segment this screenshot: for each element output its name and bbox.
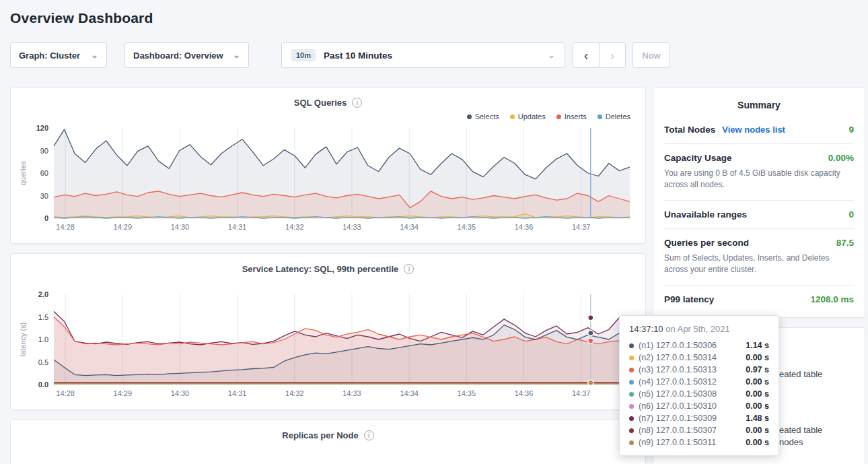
svg-text:30: 30 xyxy=(40,192,48,200)
tooltip-row: (n5) 127.0.0.1:503080.00 s xyxy=(629,388,769,400)
svg-text:90: 90 xyxy=(40,147,48,155)
chart-legend xyxy=(19,275,637,290)
queries-per-second-value: 87.5 xyxy=(836,238,854,248)
svg-text:queries: queries xyxy=(19,160,27,185)
view-nodes-list-link[interactable]: View nodes list xyxy=(722,125,785,135)
time-forward-button[interactable]: › xyxy=(599,42,626,68)
time-range-selector[interactable]: 10m Past 10 Minutes ⌄ xyxy=(281,42,565,68)
legend-item-selects: Selects xyxy=(467,112,499,121)
event-text-fragment: eated table xyxy=(779,369,822,379)
svg-text:14:34: 14:34 xyxy=(400,389,419,397)
event-text-fragment: nodes xyxy=(779,437,803,447)
series-color-dot xyxy=(629,416,634,421)
capacity-usage-description: You are using 0 B of 4.5 GiB usable disk… xyxy=(664,168,853,191)
svg-text:14:31: 14:31 xyxy=(228,389,247,397)
summary-row-unavailable-ranges: Unavailable ranges 0 xyxy=(664,201,854,229)
tooltip-row: (n8) 127.0.0.1:503070.00 s xyxy=(629,424,769,436)
svg-text:14:35: 14:35 xyxy=(458,389,476,397)
svg-text:14:31: 14:31 xyxy=(228,223,247,231)
tooltip-node-label: (n2) 127.0.0.1:50314 xyxy=(639,353,717,362)
svg-text:14:32: 14:32 xyxy=(285,389,304,397)
tooltip-row: (n9) 127.0.0.1:503110.00 s xyxy=(629,436,769,449)
summary-panel: Summary Total Nodes View nodes list 9 Ca… xyxy=(653,87,865,318)
info-icon[interactable]: i xyxy=(352,98,362,108)
time-range-badge: 10m xyxy=(291,49,316,61)
chart-tooltip: 14:37:10 on Apr 5th, 2021 (n1) 127.0.0.1… xyxy=(619,315,779,456)
svg-text:14:30: 14:30 xyxy=(171,389,190,397)
legend-color-dot xyxy=(510,114,515,119)
tooltip-row: (n7) 127.0.0.1:503091.48 s xyxy=(629,412,769,424)
total-nodes-value: 9 xyxy=(848,125,854,135)
summary-row-total-nodes: Total Nodes View nodes list 9 xyxy=(664,116,854,144)
summary-row-p99-latency: P99 latency 1208.0 ms xyxy=(664,286,854,313)
service-latency-chart[interactable]: 14:2814:2914:3014:3114:3214:3314:3414:35… xyxy=(19,290,639,405)
tooltip-node-label: (n1) 127.0.0.1:50306 xyxy=(639,341,717,350)
svg-text:14:33: 14:33 xyxy=(342,389,361,397)
chart-legend: SelectsUpdatesInsertsDeletes xyxy=(19,109,637,124)
legend-label: Selects xyxy=(475,112,499,121)
summary-title: Summary xyxy=(664,97,854,116)
legend-item-deletes: Deletes xyxy=(598,112,630,121)
tooltip-timestamp: 14:37:10 on Apr 5th, 2021 xyxy=(629,324,769,334)
tooltip-row: (n4) 127.0.0.1:503120.00 s xyxy=(629,376,769,388)
p99-latency-label: P99 latency xyxy=(664,294,714,304)
svg-text:14:30: 14:30 xyxy=(171,223,190,231)
unavailable-ranges-value: 0 xyxy=(848,209,854,220)
svg-text:14:37: 14:37 xyxy=(572,223,591,231)
svg-text:0: 0 xyxy=(44,214,48,222)
svg-text:0.0: 0.0 xyxy=(38,380,48,389)
p99-latency-value: 1208.0 ms xyxy=(810,294,854,304)
tooltip-node-label: (n7) 127.0.0.1:50309 xyxy=(639,413,717,423)
series-color-dot xyxy=(629,368,634,372)
page-title: Overview Dashboard xyxy=(10,0,865,26)
svg-text:1.5: 1.5 xyxy=(38,313,48,321)
sql-queries-chart[interactable]: 14:2814:2914:3014:3114:3214:3314:3414:35… xyxy=(19,124,639,238)
tooltip-node-label: (n6) 127.0.0.1:50310 xyxy=(639,401,717,411)
time-range-label: Past 10 Minutes xyxy=(324,51,392,61)
svg-text:14:36: 14:36 xyxy=(515,389,534,397)
event-text-fragment: eated table xyxy=(779,425,822,435)
legend-label: Inserts xyxy=(565,112,587,121)
dashboard-dropdown[interactable]: Dashboard: Overview ⌄ xyxy=(124,42,249,68)
tooltip-node-label: (n4) 127.0.0.1:50312 xyxy=(639,377,717,387)
svg-text:14:28: 14:28 xyxy=(56,223,75,231)
svg-text:14:29: 14:29 xyxy=(114,223,133,231)
tooltip-node-value: 0.00 s xyxy=(746,401,769,411)
svg-text:0.5: 0.5 xyxy=(38,358,48,366)
legend-label: Updates xyxy=(518,112,546,121)
info-icon[interactable]: i xyxy=(404,264,414,274)
info-icon[interactable]: i xyxy=(364,430,374,440)
capacity-usage-label: Capacity Usage xyxy=(664,153,732,163)
time-back-button[interactable]: ‹ xyxy=(573,42,600,68)
legend-label: Deletes xyxy=(606,112,630,121)
summary-row-capacity: Capacity Usage 0.00% You are using 0 B o… xyxy=(664,144,854,201)
tooltip-node-value: 0.97 s xyxy=(746,365,769,374)
tooltip-node-value: 0.00 s xyxy=(746,377,769,387)
now-button[interactable]: Now xyxy=(632,42,670,68)
tooltip-date: on Apr 5th, 2021 xyxy=(663,324,730,334)
replicas-chart-panel: Replicas per Node i xyxy=(10,420,646,464)
tooltip-node-value: 0.00 s xyxy=(746,426,769,435)
legend-item-updates: Updates xyxy=(510,112,546,121)
controls-bar: Graph: Cluster ⌄ Dashboard: Overview ⌄ 1… xyxy=(10,42,865,68)
graph-dropdown-label: Graph: Cluster xyxy=(19,51,80,61)
svg-text:latency (s): latency (s) xyxy=(19,323,27,357)
chart-title-replicas: Replicas per Node xyxy=(282,430,358,440)
svg-text:14:28: 14:28 xyxy=(56,389,75,397)
svg-text:14:37: 14:37 xyxy=(572,389,591,397)
chevron-down-icon: ⌄ xyxy=(91,52,98,59)
summary-row-qps: Queries per second 87.5 Sum of Selects, … xyxy=(664,229,854,286)
overview-dashboard-page: Overview Dashboard Graph: Cluster ⌄ Dash… xyxy=(0,0,868,464)
series-color-dot xyxy=(629,392,634,397)
graph-dropdown[interactable]: Graph: Cluster ⌄ xyxy=(10,42,107,68)
tooltip-node-value: 0.00 s xyxy=(746,438,769,447)
svg-text:60: 60 xyxy=(40,169,48,177)
tooltip-node-label: (n3) 127.0.0.1:50313 xyxy=(639,365,717,374)
legend-color-dot xyxy=(598,114,602,119)
chart-title-sql-queries: SQL Queries xyxy=(294,98,347,108)
svg-text:14:33: 14:33 xyxy=(342,223,361,231)
time-pager: ‹ › xyxy=(573,42,626,68)
series-color-dot xyxy=(629,343,634,348)
tooltip-time: 14:37:10 xyxy=(629,324,663,334)
tooltip-row: (n2) 127.0.0.1:503140.00 s xyxy=(629,352,769,364)
